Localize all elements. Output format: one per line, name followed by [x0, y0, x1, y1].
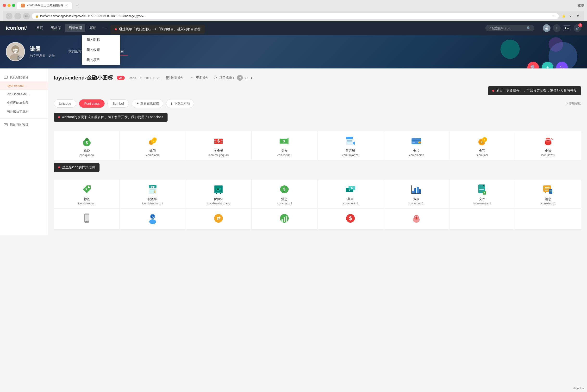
- svg-point-20: [192, 78, 193, 78]
- icon-cell-pig2[interactable]: [383, 209, 449, 230]
- icon-label-jinbi: 金币: [479, 149, 485, 153]
- view-online-link-button[interactable]: 👁 查看在线链接: [132, 99, 163, 108]
- profile-name: 诺墨: [30, 46, 55, 52]
- icon-cell-shuju1[interactable]: 数据 icon-shuju1: [383, 180, 449, 208]
- icon-cell-meijin2[interactable]: $ 美金 icon-meijin2: [252, 132, 318, 160]
- fab-search[interactable]: 🔍: [527, 62, 539, 68]
- icon-image-shuju1: [411, 184, 422, 195]
- more-ops-button[interactable]: 更多操作: [189, 75, 210, 81]
- extensions-button[interactable]: ⭐: [560, 13, 567, 19]
- nav-library[interactable]: 图标库: [47, 24, 64, 32]
- browser-tab[interactable]: I iconfont-阿里巴巴矢量图标库 ✕: [17, 2, 72, 9]
- profile-avatar: 诺: [6, 42, 25, 61]
- refresh-button[interactable]: ↻: [23, 13, 30, 20]
- icon-cell-qiandai[interactable]: $ 钱袋 icon-qiandai: [54, 132, 120, 160]
- icon-cell-wenjian1[interactable]: F 文件 icon-wenjian1: [449, 180, 515, 208]
- tab-close-button[interactable]: ✕: [66, 4, 68, 7]
- nav-help[interactable]: 帮助: [86, 24, 100, 32]
- sidebar-item-image-player[interactable]: 图片播放工具栏: [0, 107, 48, 116]
- icon-cell-chart[interactable]: [252, 209, 318, 230]
- icon-cell-xiaoxi2[interactable]: $ 消息 icon-xiaoxi2: [252, 180, 318, 208]
- language-toggle[interactable]: En: [563, 26, 571, 31]
- sidebar: 我发起的项目 layui-extend-... layui-icon-exte.…: [0, 68, 48, 236]
- svg-rect-17: [166, 78, 168, 79]
- icon-cell-jinbi[interactable]: ¥ ¥ 金币 icon-jinbi: [449, 132, 515, 160]
- icon-cell-phone[interactable]: [54, 209, 120, 230]
- dropdown-my-icons[interactable]: 我的图标: [82, 35, 120, 45]
- icon-cell-meijinquan[interactable]: $ 美金券 icon-meijinquan: [186, 132, 252, 160]
- icon-cell-person[interactable]: 人: [120, 209, 186, 230]
- cart-badge: 0: [578, 23, 582, 27]
- tab-font-class[interactable]: Font class: [79, 100, 105, 108]
- tab-symbol[interactable]: Symbol: [107, 100, 129, 108]
- svg-point-19: [191, 78, 192, 78]
- dropdown-my-favorites[interactable]: 我的收藏: [82, 45, 120, 55]
- sidebar-participated-header: 我参与的项目: [0, 120, 48, 129]
- hint-dot-1: [58, 116, 60, 118]
- nav-more[interactable]: ···: [101, 24, 109, 32]
- upload-icon[interactable]: ↑: [553, 24, 560, 32]
- icon-cell-exchange[interactable]: ⇄: [186, 209, 252, 230]
- user-avatar[interactable]: 诺: [543, 24, 550, 32]
- icon-code-qiandai: icon-qiandai: [79, 154, 95, 157]
- cart-button[interactable]: 🛒 0: [573, 24, 581, 32]
- icon-label-xiaoxi1: 消息: [545, 197, 551, 201]
- svg-text:$: $: [283, 187, 285, 191]
- back-button[interactable]: ‹: [6, 13, 13, 20]
- maximize-window-button[interactable]: [12, 4, 15, 7]
- icon-image-qiapian: [411, 135, 422, 147]
- icon-cell-bianqianzhi[interactable]: 便签 $ 便签纸 icon-bianqianzhi: [120, 180, 186, 208]
- svg-rect-118: [85, 214, 89, 221]
- bookmark-icon[interactable]: ☆: [552, 14, 555, 18]
- tab-unicode[interactable]: Unicode: [54, 100, 76, 108]
- icon-cell-dollar2[interactable]: $: [318, 209, 383, 230]
- icon-code-qianbi: icon-qianbi: [146, 154, 160, 157]
- bookmark-button[interactable]: ★: [568, 13, 574, 19]
- icon-label-qiandai: 钱袋: [84, 149, 90, 153]
- url-bar[interactable]: 🔒 iconfont.cn/manage/index?spm=a313x.778…: [32, 13, 559, 19]
- badge-icon: [19, 56, 23, 60]
- members-info[interactable]: 项目成员： 诺 x 1 ▾: [214, 75, 252, 81]
- svg-rect-48: [346, 137, 353, 139]
- batch-ops-icon: [166, 76, 169, 80]
- icon-label-biaoqian: 标签: [84, 197, 90, 201]
- icon-cell-biaoqian[interactable]: $ 标签 icon-biaoqian: [54, 180, 120, 208]
- svg-marker-52: [353, 142, 355, 145]
- site-logo[interactable]: iconfont+: [6, 25, 27, 31]
- icon-image-exchange: ⇄: [213, 212, 224, 224]
- dropdown-my-projects[interactable]: 我的项目: [82, 55, 120, 65]
- icon-cell-qiapian[interactable]: 卡片 icon-qiapian: [383, 132, 449, 160]
- icon-code-xiaoxi1: icon-xiaoxi1: [541, 202, 556, 205]
- icon-image-xiaoxi1: [542, 184, 554, 195]
- icon-image-meijin2: $: [278, 135, 290, 147]
- close-window-button[interactable]: [3, 4, 6, 7]
- svg-rect-84: [219, 188, 221, 190]
- svg-point-36: [153, 138, 156, 141]
- settings-button[interactable]: ⚙: [575, 13, 581, 19]
- search-icon[interactable]: 🔍: [527, 26, 531, 30]
- icon-code-liuyanzhi: icon-liuyanzhi: [342, 154, 359, 157]
- icon-cell-liuyanzhi[interactable]: 留言纸 icon-liuyanzhi: [318, 132, 383, 160]
- member-avatar: 诺: [237, 75, 243, 81]
- minimize-window-button[interactable]: [8, 4, 11, 7]
- icon-style-tooltip: 这里是icon的样式信息: [54, 163, 100, 172]
- icon-cell-xiaoxi1[interactable]: 消息 icon-xiaoxi1: [515, 180, 581, 208]
- forward-button[interactable]: ›: [15, 13, 21, 20]
- batch-ops-button[interactable]: 批量操作: [164, 75, 185, 81]
- download-button[interactable]: ⬇ 下载至本地: [166, 99, 194, 108]
- search-input[interactable]: [489, 26, 525, 30]
- icon-cell-jinzhu[interactable]: 金猪 icon-jinzhu: [515, 132, 581, 160]
- icon-cell-qianbi[interactable]: ¥ ¥ 钱币 icon-qianbi: [120, 132, 186, 160]
- sidebar-item-layui-icon[interactable]: layui-icon-exte...: [0, 90, 48, 98]
- icon-label-qianbi: 钱币: [150, 149, 156, 153]
- sidebar-item-layui-extend[interactable]: layui-extend-...: [0, 82, 48, 90]
- icon-cell-baoxianxiang[interactable]: 保险箱 icon-baoxianxiang: [186, 180, 252, 208]
- nav-manage[interactable]: 图标管理: [65, 24, 85, 32]
- help-link[interactable]: ? 使用帮助: [566, 101, 581, 106]
- sidebar-item-miniapp[interactable]: 小程序Icon参考: [0, 98, 48, 107]
- webfont-hint: webfont的表现形式有很多种，为了便于开发。我们使用了Font class: [54, 113, 168, 122]
- nav-home[interactable]: 首页: [33, 24, 46, 32]
- icon-cell-meijin1[interactable]: $ $ $ 美金 icon-meijin1: [318, 180, 383, 208]
- svg-point-68: [548, 139, 550, 140]
- new-tab-button[interactable]: +: [74, 2, 81, 9]
